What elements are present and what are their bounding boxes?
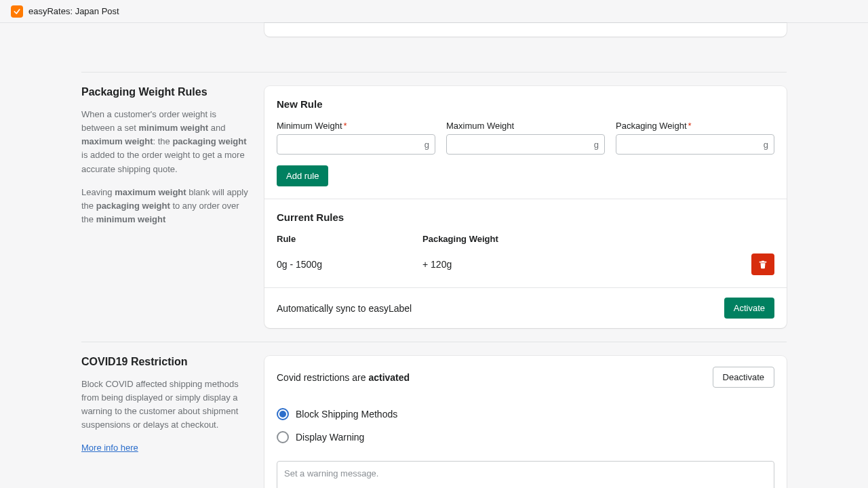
pkg-weight-label: Packaging Weight* xyxy=(616,121,774,131)
rules-header: Rule Packaging Weight xyxy=(277,234,774,244)
previous-section-stub xyxy=(81,23,787,73)
rule-range: 0g - 1500g xyxy=(277,259,422,270)
covid-status: Covid restrictions are activated xyxy=(277,372,410,383)
covid-desc: Block COVID affected shipping methods fr… xyxy=(81,378,251,432)
covid-card: Covid restrictions are activated Deactiv… xyxy=(264,356,787,488)
radio-icon xyxy=(277,408,289,420)
current-rules-title: Current Rules xyxy=(277,211,774,223)
radio-block-methods[interactable]: Block Shipping Methods xyxy=(277,403,774,426)
radio-display-warning[interactable]: Display Warning xyxy=(277,426,774,449)
radio-icon xyxy=(277,431,289,443)
app-icon xyxy=(11,5,23,18)
packaging-desc-2: Leaving maximum weight blank will apply … xyxy=(81,186,251,226)
min-weight-input[interactable] xyxy=(277,135,435,154)
radio-label: Block Shipping Methods xyxy=(296,409,397,420)
packaging-title: Packaging Weight Rules xyxy=(81,86,251,98)
app-title: easyRates: Japan Post xyxy=(28,6,119,16)
packaging-card: New Rule Minimum Weight* g Maximum Weigh… xyxy=(264,86,787,328)
sync-text: Automatically sync to easyLabel xyxy=(277,303,412,314)
packaging-section: Packaging Weight Rules When a customer's… xyxy=(81,73,787,342)
warning-textarea-wrap: 0/150 xyxy=(277,461,774,488)
max-weight-label: Maximum Weight xyxy=(446,121,605,131)
rule-weight: + 120g xyxy=(422,259,751,270)
pkg-weight-input[interactable] xyxy=(616,135,774,154)
more-info-link[interactable]: More info here xyxy=(81,443,138,453)
warning-textarea[interactable] xyxy=(277,462,774,488)
activate-sync-button[interactable]: Activate xyxy=(724,298,774,319)
col-rule-header: Rule xyxy=(277,234,422,244)
deactivate-button[interactable]: Deactivate xyxy=(713,367,774,388)
new-rule-title: New Rule xyxy=(277,98,774,110)
col-weight-header: Packaging Weight xyxy=(422,234,774,244)
packaging-desc-1: When a customer's order weight is betwee… xyxy=(81,108,251,176)
topbar: easyRates: Japan Post xyxy=(0,0,868,23)
add-rule-button[interactable]: Add rule xyxy=(277,165,328,186)
covid-section: COVID19 Restriction Block COVID affected… xyxy=(81,342,787,488)
min-weight-label: Minimum Weight* xyxy=(277,121,435,131)
covid-title: COVID19 Restriction xyxy=(81,356,251,368)
table-row: 0g - 1500g + 120g xyxy=(277,253,774,275)
delete-rule-button[interactable] xyxy=(751,253,774,275)
trash-icon xyxy=(758,260,768,269)
max-weight-input[interactable] xyxy=(447,135,604,154)
radio-label: Display Warning xyxy=(296,432,364,443)
